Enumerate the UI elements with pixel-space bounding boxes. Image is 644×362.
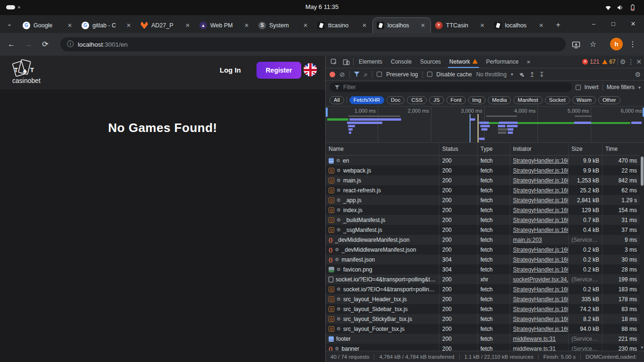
console-error-count[interactable]: 121: [590, 58, 599, 65]
browser-tab-gitlab-c[interactable]: Ggitlab - C✕: [78, 17, 136, 33]
browser-tab-ad27-p[interactable]: AD27_P✕: [137, 17, 195, 33]
network-request-row[interactable]: ()⚙src_layout_Sidebar_tsx.js200fetchStra…: [326, 304, 640, 314]
chip-other[interactable]: Other: [598, 96, 620, 104]
console-warnings-icon[interactable]: [602, 59, 607, 64]
export-har-icon[interactable]: ↧: [539, 71, 545, 78]
register-button[interactable]: Register: [256, 62, 301, 79]
system-clock[interactable]: May 6 11:35: [0, 3, 644, 10]
initiator-link[interactable]: socketProvider.tsx:34.: [513, 276, 568, 283]
network-request-row[interactable]: ()⚙socket.io/?EIO=4&transport=pollin…200…: [326, 284, 640, 294]
overview-range-handle[interactable]: [326, 107, 328, 117]
throttling-dropdown-arrow-icon[interactable]: ▾: [511, 72, 513, 77]
column-header-time[interactable]: Time: [603, 143, 640, 155]
network-request-row[interactable]: ()⚙webpack.js200fetchStrategyHandler.js:…: [326, 165, 640, 175]
initiator-link[interactable]: StrategyHandler.js:160: [513, 157, 569, 164]
console-errors-icon[interactable]: ✕: [582, 59, 588, 65]
bookmark-star-icon[interactable]: ☆: [587, 39, 599, 50]
column-header-size[interactable]: Size: [569, 143, 603, 155]
more-filters-button[interactable]: More filters: [607, 84, 635, 90]
tab-close-icon[interactable]: ✕: [125, 22, 132, 29]
window-maximize-button[interactable]: □: [608, 20, 619, 27]
devtools-settings-gear-icon[interactable]: ⚙: [620, 58, 626, 66]
column-header-name[interactable]: Name: [326, 143, 439, 155]
network-request-row[interactable]: {}⚙banner200fetchmiddleware.ts:31(Servic…: [326, 344, 640, 351]
tab-search-chevron-icon[interactable]: ⌄: [5, 19, 14, 30]
browser-menu-kebab-icon[interactable]: ⋮: [627, 39, 638, 50]
tab-close-icon[interactable]: ✕: [302, 22, 309, 29]
initiator-link[interactable]: StrategyHandler.js:160: [513, 167, 569, 174]
chip-manifest[interactable]: Manifest: [513, 96, 542, 104]
scrollbar-down-arrow-icon[interactable]: ▼: [640, 346, 644, 350]
devtools-close-icon[interactable]: ✕: [636, 58, 642, 66]
forward-button[interactable]: →: [23, 39, 34, 50]
network-request-row[interactable]: ()⚙src_layout_Footer_tsx.js200fetchStrat…: [326, 324, 640, 334]
initiator-link[interactable]: StrategyHandler.js:160: [513, 217, 569, 223]
network-overview-waterfall[interactable]: 1,000 ms2,000 ms3,000 ms4,000 ms5,000 ms…: [326, 107, 644, 143]
initiator-link[interactable]: StrategyHandler.js:160: [513, 326, 569, 332]
preserve-log-checkbox[interactable]: [377, 72, 382, 77]
tab-close-icon[interactable]: ✕: [184, 22, 191, 29]
more-filters-arrow-icon[interactable]: ▾: [638, 85, 641, 90]
initiator-link[interactable]: StrategyHandler.js:160: [513, 207, 569, 214]
chip-css[interactable]: CSS: [407, 96, 427, 104]
tab-close-icon[interactable]: ✕: [66, 22, 74, 29]
more-tabs-icon[interactable]: »: [524, 56, 534, 68]
initiator-link[interactable]: middleware.ts:31: [513, 346, 556, 351]
browser-tab-localhos[interactable]: localhos✕: [490, 17, 549, 33]
initiator-link[interactable]: StrategyHandler.js:160: [513, 296, 569, 303]
wifi-icon[interactable]: [604, 3, 612, 12]
initiator-link[interactable]: StrategyHandler.js:160: [513, 247, 569, 253]
throttling-select[interactable]: No throttling: [476, 71, 507, 78]
network-request-row[interactable]: socket.io/?EIO=4&transport=polling&t…200…: [326, 274, 640, 284]
address-bar[interactable]: ⓘ localhost:3001/en: [60, 37, 566, 51]
import-har-icon[interactable]: ↥: [529, 71, 535, 78]
network-request-row[interactable]: ()⚙main.js200fetchStrategyHandler.js:160…: [326, 175, 640, 185]
column-header-initiator[interactable]: Initiator: [510, 143, 569, 155]
chip-img[interactable]: Img: [468, 96, 486, 104]
clear-network-log-icon[interactable]: ⊘: [339, 71, 345, 78]
initiator-link[interactable]: StrategyHandler.js:160: [513, 256, 569, 263]
initiator-link[interactable]: StrategyHandler.js:160: [513, 177, 569, 184]
chip-doc[interactable]: Doc: [387, 96, 405, 104]
initiator-link[interactable]: StrategyHandler.js:160: [513, 266, 569, 273]
initiator-link[interactable]: StrategyHandler.js:160: [513, 227, 569, 233]
devtools-tab-console[interactable]: Console: [388, 56, 415, 68]
column-header-type[interactable]: Type: [478, 143, 510, 155]
requests-scrollbar[interactable]: ▼: [640, 156, 644, 351]
browser-tab-localhos[interactable]: localhos✕: [372, 17, 431, 33]
volume-icon[interactable]: [616, 3, 625, 12]
browser-tab-ttcasino[interactable]: ttcasino✕: [314, 17, 372, 33]
tab-close-icon[interactable]: ✕: [243, 22, 250, 29]
scrollbar-thumb[interactable]: [641, 156, 644, 186]
new-tab-button[interactable]: +: [553, 21, 563, 29]
devtools-tab-performance[interactable]: Performance: [483, 56, 522, 68]
search-icon[interactable]: ⌕: [364, 70, 368, 79]
browser-tab-ttcasin[interactable]: TTTCasin✕: [431, 17, 490, 33]
network-settings-gear-icon[interactable]: ⚙: [635, 71, 641, 78]
tab-close-icon[interactable]: ✕: [361, 22, 368, 29]
invert-filter-checkbox[interactable]: [576, 85, 581, 90]
tab-close-icon[interactable]: ✕: [537, 22, 545, 29]
tab-close-icon[interactable]: ✕: [479, 22, 486, 29]
language-flag-uk-icon[interactable]: [304, 63, 317, 76]
profile-avatar[interactable]: h: [610, 38, 623, 50]
devtools-tab-elements[interactable]: Elements: [355, 56, 386, 68]
chip-wasm[interactable]: Wasm: [572, 96, 596, 104]
network-request-row[interactable]: ()⚙src_layout_Header_tsx.js200fetchStrat…: [326, 294, 640, 304]
initiator-link[interactable]: main.js:203: [513, 237, 542, 243]
casinobet-logo[interactable]: T ♠ T casinobet: [9, 59, 42, 87]
devtools-kebab-menu-icon[interactable]: ⋮: [627, 58, 634, 66]
window-minimize-button[interactable]: –: [588, 20, 599, 27]
tab-close-icon[interactable]: ✕: [419, 22, 427, 29]
initiator-link[interactable]: StrategyHandler.js:160: [513, 286, 569, 293]
chip-fetch-xhr[interactable]: Fetch/XHR: [349, 96, 384, 104]
install-app-icon[interactable]: [571, 40, 581, 49]
network-request-row[interactable]: ()⚙_buildManifest.js200fetchStrategyHand…: [326, 215, 640, 225]
network-request-row[interactable]: ()⚙_ssgManifest.js200fetchStrategyHandle…: [326, 225, 640, 235]
initiator-link[interactable]: StrategyHandler.js:160: [513, 187, 569, 194]
login-button[interactable]: Log In: [220, 66, 241, 74]
chip-js[interactable]: JS: [429, 96, 444, 104]
initiator-link[interactable]: StrategyHandler.js:160: [513, 316, 569, 322]
record-network-log-button[interactable]: [330, 72, 335, 77]
network-request-row[interactable]: ⚙favicon.png304fetchStrategyHandler.js:1…: [326, 264, 640, 274]
